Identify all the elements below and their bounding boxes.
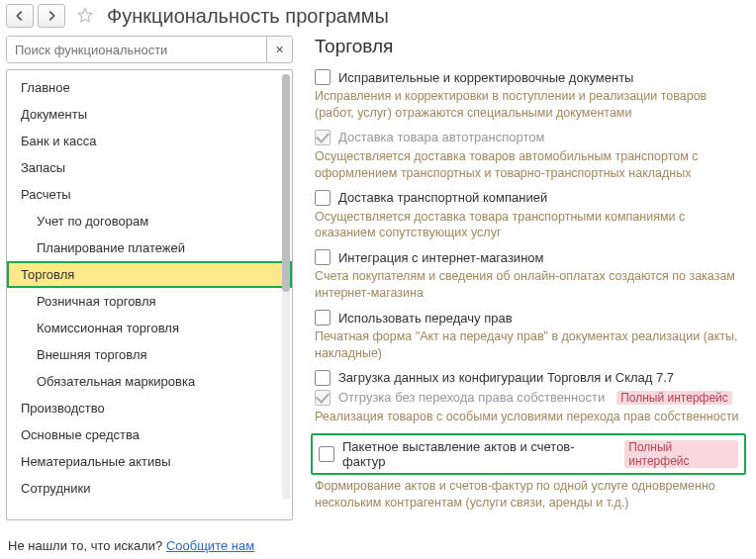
- option-checkbox[interactable]: [315, 190, 331, 206]
- option-row: Отгрузка без перехода права собственност…: [315, 390, 750, 406]
- option-label: Доставка товара автотранспортом: [338, 130, 544, 144]
- option-checkbox[interactable]: [315, 249, 331, 265]
- star-icon: [75, 6, 95, 26]
- arrow-right-icon: [45, 9, 58, 23]
- tree-item[interactable]: Обязательная маркировка: [7, 368, 292, 395]
- option-row: Пакетное выставление актов и счетов-факт…: [319, 439, 738, 469]
- option-checkbox: [315, 130, 331, 145]
- option-row: Доставка транспортной компанией: [315, 190, 750, 206]
- option-description: Исправления и корректировки в поступлени…: [315, 88, 750, 122]
- page-title: Функциональность программы: [107, 5, 389, 28]
- tree-item[interactable]: Внешняя торговля: [7, 341, 292, 368]
- option-row: Использовать передачу прав: [315, 310, 750, 326]
- section-title: Торговля: [315, 36, 750, 57]
- nav-tree: ГлавноеДокументыБанк и кассаЗапасыРасчет…: [6, 69, 293, 520]
- tree-item[interactable]: Расчеты: [7, 181, 292, 208]
- option-block: Загрузка данных из конфигурации Торговля…: [315, 370, 750, 386]
- option-description: Формирование актов и счетов-фактур по од…: [315, 478, 750, 512]
- tree-item[interactable]: Нематериальные активы: [7, 448, 292, 475]
- option-checkbox[interactable]: [315, 370, 331, 386]
- option-block: Пакетное выставление актов и счетов-факт…: [315, 433, 750, 512]
- forward-button[interactable]: [38, 4, 65, 28]
- option-checkbox[interactable]: [315, 69, 331, 85]
- option-row: Доставка товара автотранспортом: [315, 130, 750, 145]
- search-input[interactable]: [7, 37, 266, 62]
- tree-item[interactable]: Документы: [7, 101, 292, 128]
- arrow-left-icon: [13, 9, 27, 23]
- tree-scrollbar[interactable]: [282, 74, 290, 500]
- tree-item[interactable]: Сотрудники: [7, 475, 292, 502]
- footer: Не нашли то, что искали? Сообщите нам: [8, 538, 254, 553]
- tree-item[interactable]: Главное: [7, 74, 292, 101]
- option-label: Использовать передачу прав: [338, 311, 513, 326]
- tree-item[interactable]: Розничная торговля: [7, 288, 292, 315]
- option-checkbox[interactable]: [319, 446, 334, 462]
- tree-item[interactable]: Учет по договорам: [7, 208, 292, 234]
- option-badge: Полный интерфейс: [616, 391, 732, 405]
- option-badge: Полный интерфейс: [624, 440, 738, 468]
- option-checkbox[interactable]: [315, 310, 331, 326]
- right-column: Торговля Исправительные и корректировочн…: [293, 36, 750, 518]
- option-block: Интеграция с интернет-магазиномСчета пок…: [315, 249, 750, 302]
- option-description: Печатная форма "Акт на передачу прав" в …: [315, 328, 750, 362]
- option-checkbox: [315, 390, 331, 406]
- tree-item[interactable]: Производство: [7, 395, 292, 421]
- option-label: Доставка транспортной компанией: [338, 190, 547, 205]
- option-label: Пакетное выставление актов и счетов-факт…: [342, 439, 613, 469]
- option-block: Использовать передачу правПечатная форма…: [315, 310, 750, 362]
- option-label: Исправительные и корректировочные докуме…: [338, 70, 633, 85]
- search-bar: ×: [6, 36, 293, 63]
- option-description: Осуществляется доставка товара транспорт…: [315, 209, 750, 242]
- highlight-box: Пакетное выставление актов и счетов-факт…: [311, 433, 746, 475]
- titlebar: Функциональность программы: [0, 0, 756, 36]
- option-row: Загрузка данных из конфигурации Торговля…: [315, 370, 750, 386]
- left-column: × ГлавноеДокументыБанк и кассаЗапасыРасч…: [6, 36, 293, 520]
- tree-item[interactable]: Комиссионная торговля: [7, 315, 292, 341]
- footer-text: Не нашли то, что искали?: [8, 538, 166, 553]
- option-label: Отгрузка без перехода права собственност…: [338, 390, 605, 405]
- option-description: Реализация товаров с особыми условиями п…: [315, 409, 750, 425]
- footer-link[interactable]: Сообщите нам: [166, 538, 254, 553]
- search-clear-button[interactable]: ×: [266, 37, 292, 62]
- back-button[interactable]: [6, 4, 34, 28]
- option-row: Исправительные и корректировочные докуме…: [315, 69, 750, 85]
- tree-item[interactable]: Торговля: [7, 261, 292, 288]
- option-label: Интеграция с интернет-магазином: [338, 250, 543, 265]
- options-list: Исправительные и корректировочные докуме…: [315, 69, 750, 511]
- tree-scroll-thumb[interactable]: [282, 74, 290, 292]
- option-label: Загрузка данных из конфигурации Торговля…: [338, 370, 674, 385]
- option-description: Осуществляется доставка товаров автомоби…: [315, 148, 750, 182]
- option-block: Доставка товара автотранспортомОсуществл…: [315, 130, 750, 182]
- favorite-button[interactable]: [73, 4, 97, 28]
- option-description: Счета покупателям и сведения об онлайн-о…: [315, 268, 750, 302]
- option-block: Исправительные и корректировочные докуме…: [315, 69, 750, 122]
- tree-item[interactable]: Планирование платежей: [7, 234, 292, 261]
- option-block: Отгрузка без перехода права собственност…: [315, 390, 750, 425]
- tree-item[interactable]: Основные средства: [7, 421, 292, 448]
- option-row: Интеграция с интернет-магазином: [315, 249, 750, 265]
- option-block: Доставка транспортной компаниейОсуществл…: [315, 190, 750, 242]
- tree-item[interactable]: Банк и касса: [7, 128, 292, 154]
- tree-item[interactable]: Запасы: [7, 154, 292, 181]
